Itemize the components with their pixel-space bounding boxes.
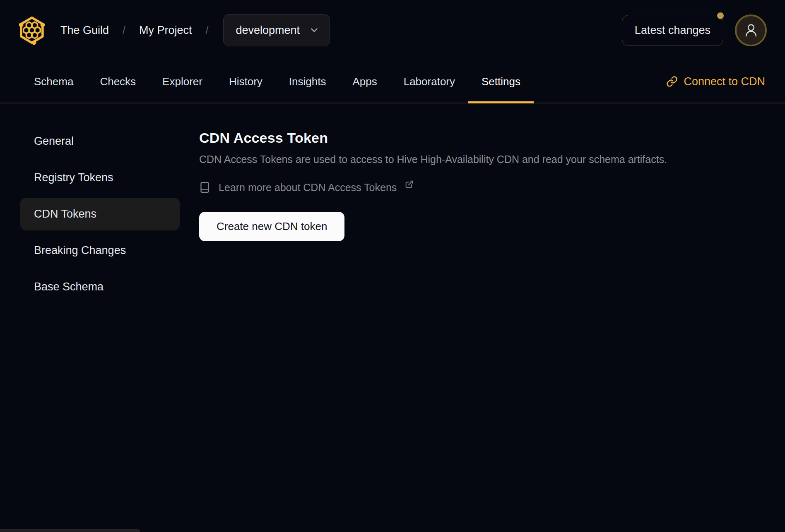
book-icon xyxy=(199,181,210,194)
bottom-toast-fragment xyxy=(0,529,140,532)
app-header: The Guild / My Project / development Lat… xyxy=(0,0,785,60)
page-description: CDN Access Tokens are used to access to … xyxy=(199,153,667,165)
primary-nav: Schema Checks Explorer History Insights … xyxy=(0,60,785,103)
chevron-down-icon xyxy=(309,25,320,36)
tab-laboratory[interactable]: Laboratory xyxy=(390,60,468,103)
settings-sidebar: General Registry Tokens CDN Tokens Break… xyxy=(20,125,180,303)
latest-changes-label: Latest changes xyxy=(635,24,710,36)
sidebar-item-base-schema[interactable]: Base Schema xyxy=(20,271,180,303)
breadcrumb-separator: / xyxy=(123,24,125,36)
breadcrumb-separator: / xyxy=(206,24,209,36)
header-actions: Latest changes xyxy=(622,14,767,46)
tab-apps[interactable]: Apps xyxy=(339,60,390,103)
target-selector-dropdown[interactable]: development xyxy=(223,14,330,46)
create-cdn-token-button[interactable]: Create new CDN token xyxy=(199,212,344,241)
settings-content: General Registry Tokens CDN Tokens Break… xyxy=(0,103,785,303)
tab-explorer[interactable]: Explorer xyxy=(149,60,216,103)
page-title: CDN Access Token xyxy=(199,130,667,146)
user-avatar-button[interactable] xyxy=(735,14,767,46)
latest-changes-button[interactable]: Latest changes xyxy=(622,15,723,46)
connect-to-cdn-label: Connect to CDN xyxy=(684,75,765,88)
external-link-icon xyxy=(405,180,414,189)
learn-more-link[interactable]: Learn more about CDN Access Tokens xyxy=(199,181,667,194)
breadcrumb: The Guild / My Project / development xyxy=(60,14,330,46)
sidebar-item-cdn-tokens[interactable]: CDN Tokens xyxy=(20,198,180,230)
link-chain-icon xyxy=(666,76,678,87)
user-icon xyxy=(743,22,759,38)
tab-settings[interactable]: Settings xyxy=(468,60,534,103)
tab-checks[interactable]: Checks xyxy=(87,60,149,103)
learn-more-label: Learn more about CDN Access Tokens xyxy=(219,182,397,194)
breadcrumb-project[interactable]: My Project xyxy=(139,24,192,37)
tab-insights[interactable]: Insights xyxy=(276,60,340,103)
breadcrumb-org[interactable]: The Guild xyxy=(60,24,109,37)
sidebar-item-general[interactable]: General xyxy=(20,125,180,158)
connect-to-cdn-link[interactable]: Connect to CDN xyxy=(666,60,765,103)
sidebar-item-breaking-changes[interactable]: Breaking Changes xyxy=(20,234,180,267)
cdn-tokens-panel: CDN Access Token CDN Access Tokens are u… xyxy=(199,125,667,241)
sidebar-item-registry-tokens[interactable]: Registry Tokens xyxy=(20,161,180,194)
hive-logo-icon[interactable] xyxy=(17,15,47,45)
target-selector-value: development xyxy=(236,24,300,37)
tab-history[interactable]: History xyxy=(216,60,276,103)
notification-dot xyxy=(717,12,724,19)
tab-schema[interactable]: Schema xyxy=(21,60,87,103)
